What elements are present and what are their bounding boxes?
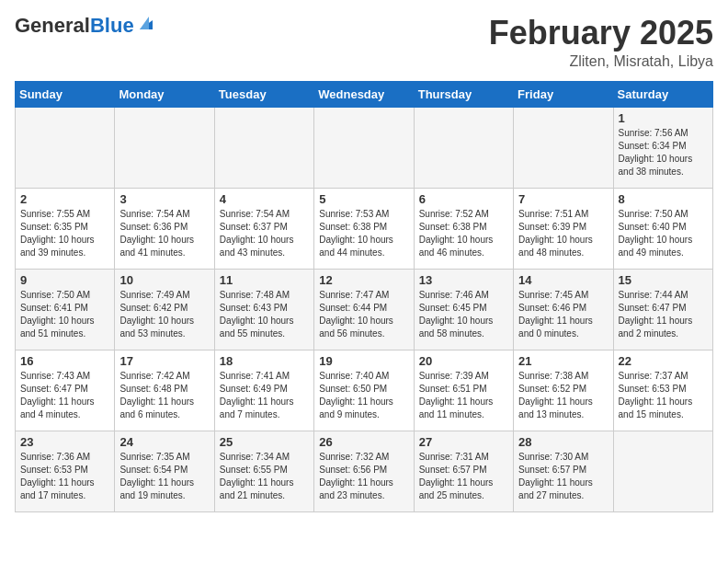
calendar-cell: 11Sunrise: 7:48 AM Sunset: 6:43 PM Dayli…	[214, 269, 313, 350]
day-info: Sunrise: 7:51 AM Sunset: 6:39 PM Dayligh…	[518, 208, 608, 259]
day-info: Sunrise: 7:48 AM Sunset: 6:43 PM Dayligh…	[220, 289, 309, 340]
day-info: Sunrise: 7:46 AM Sunset: 6:45 PM Dayligh…	[419, 289, 508, 340]
day-number: 20	[419, 354, 508, 368]
day-info: Sunrise: 7:34 AM Sunset: 6:55 PM Dayligh…	[220, 451, 309, 502]
calendar-cell: 10Sunrise: 7:49 AM Sunset: 6:42 PM Dayli…	[115, 269, 214, 350]
day-info: Sunrise: 7:53 AM Sunset: 6:38 PM Dayligh…	[319, 208, 408, 259]
day-number: 12	[319, 273, 408, 287]
weekday-header-saturday: Saturday	[613, 81, 712, 107]
day-info: Sunrise: 7:45 AM Sunset: 6:46 PM Dayligh…	[518, 289, 608, 340]
day-info: Sunrise: 7:52 AM Sunset: 6:38 PM Dayligh…	[419, 208, 508, 259]
title-block: February 2025 Zliten, Misratah, Libya	[489, 15, 713, 70]
calendar-cell: 9Sunrise: 7:50 AM Sunset: 6:41 PM Daylig…	[16, 269, 115, 350]
calendar-cell: 23Sunrise: 7:36 AM Sunset: 6:53 PM Dayli…	[16, 431, 115, 511]
calendar-cell	[314, 107, 414, 188]
day-number: 7	[518, 192, 608, 206]
day-number: 6	[419, 192, 508, 206]
day-number: 10	[119, 273, 209, 287]
calendar-cell: 5Sunrise: 7:53 AM Sunset: 6:38 PM Daylig…	[314, 188, 414, 269]
day-number: 18	[220, 354, 309, 368]
day-info: Sunrise: 7:37 AM Sunset: 6:53 PM Dayligh…	[619, 370, 708, 421]
calendar-cell: 3Sunrise: 7:54 AM Sunset: 6:36 PM Daylig…	[115, 188, 214, 269]
svg-marker-1	[140, 17, 149, 29]
day-info: Sunrise: 7:38 AM Sunset: 6:52 PM Dayligh…	[518, 370, 608, 421]
day-number: 5	[319, 192, 408, 206]
calendar-cell	[514, 107, 613, 188]
day-info: Sunrise: 7:35 AM Sunset: 6:54 PM Dayligh…	[119, 451, 209, 502]
day-number: 4	[220, 192, 309, 206]
calendar-cell: 13Sunrise: 7:46 AM Sunset: 6:45 PM Dayli…	[414, 269, 513, 350]
location: Zliten, Misratah, Libya	[489, 53, 713, 70]
calendar-cell: 8Sunrise: 7:50 AM Sunset: 6:40 PM Daylig…	[613, 188, 712, 269]
logo-icon	[136, 13, 156, 33]
day-number: 28	[518, 435, 608, 449]
weekday-header-sunday: Sunday	[16, 81, 115, 107]
calendar-cell: 6Sunrise: 7:52 AM Sunset: 6:38 PM Daylig…	[414, 188, 513, 269]
month-title: February 2025	[489, 15, 713, 52]
calendar-cell	[214, 107, 313, 188]
weekday-header-friday: Friday	[514, 81, 613, 107]
day-number: 13	[419, 273, 508, 287]
calendar-cell: 16Sunrise: 7:43 AM Sunset: 6:47 PM Dayli…	[16, 350, 115, 431]
calendar-cell: 14Sunrise: 7:45 AM Sunset: 6:46 PM Dayli…	[514, 269, 613, 350]
day-info: Sunrise: 7:43 AM Sunset: 6:47 PM Dayligh…	[20, 370, 109, 421]
day-info: Sunrise: 7:50 AM Sunset: 6:41 PM Dayligh…	[20, 289, 109, 340]
calendar-cell: 15Sunrise: 7:44 AM Sunset: 6:47 PM Dayli…	[613, 269, 712, 350]
day-info: Sunrise: 7:44 AM Sunset: 6:47 PM Dayligh…	[619, 289, 708, 340]
day-number: 1	[619, 111, 708, 125]
calendar-cell	[115, 107, 214, 188]
day-number: 24	[119, 435, 209, 449]
day-number: 26	[319, 435, 408, 449]
calendar-cell: 18Sunrise: 7:41 AM Sunset: 6:49 PM Dayli…	[214, 350, 313, 431]
day-number: 15	[619, 273, 708, 287]
calendar-cell: 1Sunrise: 7:56 AM Sunset: 6:34 PM Daylig…	[613, 107, 712, 188]
day-info: Sunrise: 7:31 AM Sunset: 6:57 PM Dayligh…	[419, 451, 508, 502]
calendar-cell: 22Sunrise: 7:37 AM Sunset: 6:53 PM Dayli…	[613, 350, 712, 431]
day-info: Sunrise: 7:55 AM Sunset: 6:35 PM Dayligh…	[20, 208, 109, 259]
calendar-cell: 7Sunrise: 7:51 AM Sunset: 6:39 PM Daylig…	[514, 188, 613, 269]
day-number: 14	[518, 273, 608, 287]
weekday-header-wednesday: Wednesday	[314, 81, 414, 107]
calendar-cell: 27Sunrise: 7:31 AM Sunset: 6:57 PM Dayli…	[414, 431, 513, 511]
day-info: Sunrise: 7:41 AM Sunset: 6:49 PM Dayligh…	[220, 370, 309, 421]
logo-text: GeneralBlue	[15, 15, 134, 37]
calendar-cell: 28Sunrise: 7:30 AM Sunset: 6:57 PM Dayli…	[514, 431, 613, 511]
day-number: 21	[518, 354, 608, 368]
day-info: Sunrise: 7:42 AM Sunset: 6:48 PM Dayligh…	[119, 370, 209, 421]
day-number: 17	[119, 354, 209, 368]
day-number: 16	[20, 354, 109, 368]
day-info: Sunrise: 7:54 AM Sunset: 6:37 PM Dayligh…	[220, 208, 309, 259]
day-number: 11	[220, 273, 309, 287]
calendar-cell: 4Sunrise: 7:54 AM Sunset: 6:37 PM Daylig…	[214, 188, 313, 269]
day-info: Sunrise: 7:40 AM Sunset: 6:50 PM Dayligh…	[319, 370, 408, 421]
weekday-header-tuesday: Tuesday	[214, 81, 313, 107]
day-number: 25	[220, 435, 309, 449]
day-info: Sunrise: 7:56 AM Sunset: 6:34 PM Dayligh…	[619, 127, 708, 178]
calendar-cell	[414, 107, 513, 188]
calendar-cell	[16, 107, 115, 188]
day-number: 3	[119, 192, 209, 206]
calendar-cell: 20Sunrise: 7:39 AM Sunset: 6:51 PM Dayli…	[414, 350, 513, 431]
calendar-cell	[613, 431, 712, 511]
day-number: 23	[20, 435, 109, 449]
calendar-cell: 2Sunrise: 7:55 AM Sunset: 6:35 PM Daylig…	[16, 188, 115, 269]
day-number: 2	[20, 192, 109, 206]
calendar-cell: 24Sunrise: 7:35 AM Sunset: 6:54 PM Dayli…	[115, 431, 214, 511]
calendar-cell: 17Sunrise: 7:42 AM Sunset: 6:48 PM Dayli…	[115, 350, 214, 431]
weekday-header-thursday: Thursday	[414, 81, 513, 107]
calendar-cell: 26Sunrise: 7:32 AM Sunset: 6:56 PM Dayli…	[314, 431, 414, 511]
day-info: Sunrise: 7:49 AM Sunset: 6:42 PM Dayligh…	[119, 289, 209, 340]
day-number: 8	[619, 192, 708, 206]
calendar-table: SundayMondayTuesdayWednesdayThursdayFrid…	[15, 81, 713, 512]
day-info: Sunrise: 7:39 AM Sunset: 6:51 PM Dayligh…	[419, 370, 508, 421]
calendar-cell: 25Sunrise: 7:34 AM Sunset: 6:55 PM Dayli…	[214, 431, 313, 511]
day-number: 22	[619, 354, 708, 368]
calendar-cell: 19Sunrise: 7:40 AM Sunset: 6:50 PM Dayli…	[314, 350, 414, 431]
day-info: Sunrise: 7:32 AM Sunset: 6:56 PM Dayligh…	[319, 451, 408, 502]
day-info: Sunrise: 7:54 AM Sunset: 6:36 PM Dayligh…	[119, 208, 209, 259]
day-info: Sunrise: 7:36 AM Sunset: 6:53 PM Dayligh…	[20, 451, 109, 502]
day-number: 27	[419, 435, 508, 449]
day-number: 9	[20, 273, 109, 287]
page-header: GeneralBlue February 2025 Zliten, Misrat…	[15, 15, 713, 70]
day-info: Sunrise: 7:30 AM Sunset: 6:57 PM Dayligh…	[518, 451, 608, 502]
